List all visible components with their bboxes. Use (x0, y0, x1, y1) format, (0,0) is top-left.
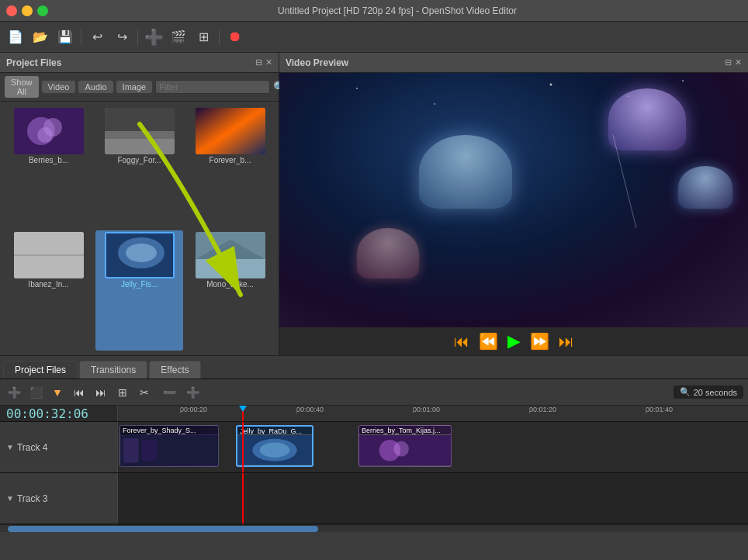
svg-rect-7 (196, 108, 265, 154)
project-file-item-berries[interactable]: Berries_b... (5, 106, 92, 227)
toolbar-separator-3 (219, 29, 220, 45)
scrollbar-thumb[interactable] (8, 526, 318, 532)
filter-audio[interactable]: Audio (78, 81, 113, 93)
ruler-mark-100: 00:01:40 (646, 406, 673, 413)
clip-forever-thumb (120, 434, 218, 466)
pf-close-icon[interactable]: ✕ (265, 57, 272, 67)
window-title: Untitled Project [HD 720p 24 fps] - Open… (53, 5, 742, 16)
timeline-area: ➕ ⬛ ▼ ⏮ ⏭ ⊞ ✂ ➖ ➕ 🔍 20 seconds 00:00:32:… (0, 379, 748, 532)
import-button[interactable]: ➕ (143, 26, 164, 48)
remove-track-button[interactable]: ⬛ (26, 383, 45, 402)
vp-expand-icon[interactable]: ⊟ (725, 57, 732, 67)
toolbar-separator-2 (137, 29, 138, 45)
zoom-in-button[interactable]: ➕ (183, 383, 202, 402)
filter-down-button[interactable]: ▼ (48, 383, 67, 402)
track-4-body[interactable]: Forever_by_Shady_S... Jelly_by_RaDu_G... (118, 422, 748, 472)
clip-berries-thumb (359, 434, 451, 466)
project-file-item-jelly[interactable]: Jelly_Fis... (95, 230, 183, 351)
record-button[interactable]: ⏺ (224, 26, 246, 48)
new-file-button[interactable]: 📄 (5, 26, 26, 48)
svg-rect-24 (123, 438, 139, 463)
svg-rect-15 (196, 259, 265, 278)
track-3-collapse-icon[interactable]: ▼ (6, 494, 14, 503)
clip-jelly[interactable]: Jelly_by_RaDu_G... (236, 425, 313, 467)
ruler-mark-40: 00:00:40 (296, 406, 324, 413)
playhead-ruler-marker (242, 406, 244, 421)
ruler-mark-20: 00:00:20 (180, 406, 207, 413)
maximize-button[interactable] (37, 5, 48, 16)
open-file-button[interactable]: 📂 (29, 26, 51, 48)
project-file-label-berries: Berries_b... (14, 156, 84, 164)
project-files-grid: Berries_b... Foggy_For... (0, 102, 279, 355)
svg-line-22 (613, 135, 636, 228)
timeline-ruler[interactable]: 00:00:20 00:00:40 00:01:00 00:01:20 00:0… (118, 406, 748, 421)
svg-point-28 (260, 442, 289, 457)
project-file-label-mono: Mono_Lake... (196, 280, 265, 289)
minimize-button[interactable] (22, 5, 33, 16)
playhead-track3 (242, 473, 244, 524)
filter-input[interactable] (155, 80, 270, 94)
undo-button[interactable]: ↩ (86, 26, 108, 48)
vp-close-icon[interactable]: ✕ (735, 57, 742, 67)
clip-berries-label: Berries_by_Tom_Kijas.j... (359, 426, 451, 434)
vp-fast-forward-button[interactable]: ⏩ (530, 334, 549, 349)
track-3-body[interactable] (118, 473, 748, 524)
video-controls: ⏮ ⏪ ▶ ⏩ ⏭ (279, 327, 748, 355)
clip-forever-label: Forever_by_Shady_S... (120, 426, 218, 434)
add-track-button[interactable]: ➕ (5, 383, 23, 402)
tab-effects[interactable]: Effects (149, 361, 200, 379)
playhead-top-triangle (239, 406, 247, 412)
jump-end-button[interactable]: ⏭ (92, 383, 110, 402)
zoom-controls: ➖ ➕ (160, 383, 202, 402)
project-files-panel: Project Files ⊟ ✕ Show All Video Audio I… (0, 53, 279, 355)
tab-transitions[interactable]: Transitions (79, 361, 147, 379)
snap-button[interactable]: ⊞ (113, 383, 132, 402)
svg-rect-25 (142, 440, 158, 461)
ruler-mark-60: 00:01:00 (413, 406, 440, 413)
save-file-button[interactable]: 💾 (54, 26, 76, 48)
vp-jump-end-button[interactable]: ⏭ (559, 334, 574, 349)
project-file-item-mono[interactable]: Mono_Lake... (186, 230, 274, 351)
project-file-thumb-foggy (105, 108, 175, 154)
video-frame (279, 73, 748, 327)
redo-button[interactable]: ↪ (111, 26, 133, 48)
tab-project-files[interactable]: Project Files (3, 361, 78, 379)
filter-show-all[interactable]: Show All (5, 76, 39, 98)
filter-image[interactable]: Image (116, 81, 153, 93)
zoom-out-button[interactable]: ➖ (160, 383, 178, 402)
project-file-thumb-jelly (105, 232, 175, 278)
filter-video[interactable]: Video (42, 81, 76, 93)
zoom-label: 20 seconds (694, 388, 737, 397)
ruler-mark-80: 00:01:20 (529, 406, 556, 413)
timecode-display: 00:00:32:06 (0, 406, 118, 421)
project-file-item-forever[interactable]: Forever_b... (186, 106, 274, 227)
timeline-scrollbar[interactable] (0, 524, 748, 532)
video-preview-screen (279, 73, 748, 327)
vp-jump-start-button[interactable]: ⏮ (454, 334, 469, 349)
jump-start-button[interactable]: ⏮ (70, 383, 88, 402)
video-preview-header: Video Preview ⊟ ✕ (279, 53, 748, 73)
video-preview-title: Video Preview (286, 57, 348, 68)
track-4-collapse-icon[interactable]: ▼ (6, 443, 14, 451)
zoom-display: 🔍 20 seconds (674, 385, 743, 399)
project-file-thumb-ibanez (14, 232, 84, 278)
clip-forever[interactable]: Forever_by_Shady_S... (119, 425, 219, 467)
vp-play-button[interactable]: ▶ (507, 333, 521, 350)
close-button[interactable] (6, 5, 17, 16)
main-area: Project Files ⊟ ✕ Show All Video Audio I… (0, 53, 748, 355)
svg-point-31 (393, 441, 409, 457)
svg-point-21 (682, 80, 684, 81)
timecode-value: 00:00:32:06 (6, 406, 88, 421)
clip-berries[interactable]: Berries_by_Tom_Kijas.j... (358, 425, 452, 467)
project-file-item-ibanez[interactable]: Ibanez_In... (5, 230, 92, 351)
pf-expand-icon[interactable]: ⊟ (255, 57, 262, 67)
vp-rewind-button[interactable]: ⏪ (479, 334, 498, 349)
toolbar-separator-1 (81, 29, 81, 45)
razor-button[interactable]: ✂ (135, 383, 154, 402)
project-file-item-foggy[interactable]: Foggy_For... (95, 106, 183, 227)
clip-jelly-label: Jelly_by_RaDu_G... (237, 427, 312, 434)
video-mode-button[interactable]: 🎬 (168, 26, 189, 48)
track-4-row: ▼ Track 4 Forever_by_Shady_S... (0, 422, 748, 473)
svg-point-18 (434, 103, 435, 105)
fullscreen-button[interactable]: ⊞ (192, 26, 214, 48)
